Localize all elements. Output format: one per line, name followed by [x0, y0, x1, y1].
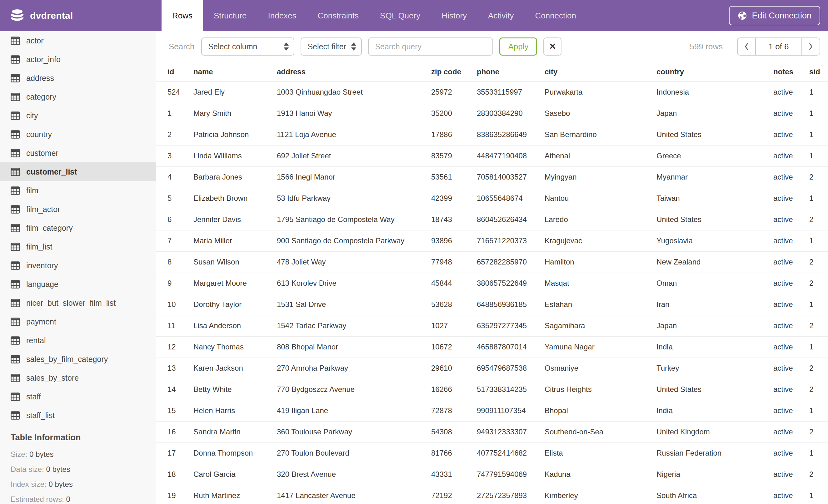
table-row[interactable]: 524Jared Ely1003 Qinhuangdao Street25972… [156, 82, 828, 103]
sidebar-item-actor[interactable]: actor [0, 31, 156, 50]
sidebar-item-customer[interactable]: customer [0, 144, 156, 163]
table-row[interactable]: 18Carol Garcia320 Brest Avenue4333174779… [156, 464, 828, 485]
cell-phone: 635297277345 [477, 315, 545, 336]
tab-indexes[interactable]: Indexes [257, 0, 307, 31]
cell-name: Nancy Thomas [194, 336, 277, 358]
sidebar-item-address[interactable]: address [0, 69, 156, 87]
sidebar-item-staff-list[interactable]: staff_list [0, 406, 156, 425]
sidebar-item-film-actor[interactable]: film_actor [0, 200, 156, 219]
sidebar-item-rental[interactable]: rental [0, 331, 156, 350]
table-icon [11, 37, 20, 45]
clear-search-button[interactable]: ✕ [543, 38, 562, 56]
table-row[interactable]: 5Elizabeth Brown53 Idfu Parkway423991065… [156, 188, 828, 209]
column-header-country[interactable]: country [657, 62, 773, 82]
column-header-id[interactable]: id [156, 62, 194, 82]
sidebar-item-film[interactable]: film [0, 181, 156, 200]
tab-constraints[interactable]: Constraints [307, 0, 370, 31]
cell-notes: active [773, 443, 809, 464]
sidebar-item-film-list[interactable]: film_list [0, 237, 156, 256]
tab-structure[interactable]: Structure [203, 0, 257, 31]
column-header-name[interactable]: name [194, 62, 277, 82]
table-row[interactable]: 8Susan Wilson478 Joliet Way7794865728228… [156, 251, 828, 273]
sidebar-item-staff[interactable]: staff [0, 387, 156, 406]
table-row[interactable]: 4Barbara Jones1566 Inegl Manor5356170581… [156, 167, 828, 188]
tab-label: Indexes [268, 11, 296, 20]
sidebar-item-customer-list[interactable]: customer_list [0, 163, 156, 181]
table-row[interactable]: 19Ruth Martinez1417 Lancaster Avenue7219… [156, 485, 828, 504]
previous-page-button[interactable] [738, 38, 755, 55]
column-select[interactable]: Select column [201, 38, 294, 56]
table-icon [11, 280, 20, 288]
sidebar-item-actor-info[interactable]: actor_info [0, 50, 156, 69]
cell-notes: active [773, 273, 809, 294]
sidebar-item-country[interactable]: country [0, 125, 156, 144]
tab-rows[interactable]: Rows [162, 0, 203, 31]
cell-name: Ruth Martinez [194, 485, 277, 504]
table-row[interactable]: 13Karen Jackson270 Amroha Parkway2961069… [156, 358, 828, 379]
cell-address: 1003 Qinhuangdao Street [277, 82, 431, 103]
cell-id: 9 [156, 273, 194, 294]
sidebar-item-film-category[interactable]: film_category [0, 219, 156, 237]
column-header-zip-code[interactable]: zip code [431, 62, 477, 82]
cell-zip-code: 1027 [431, 315, 477, 336]
sidebar-item-sales-by-store[interactable]: sales_by_store [0, 368, 156, 387]
sidebar-item-nicer-but-slower-film-list[interactable]: nicer_but_slower_film_list [0, 293, 156, 312]
table-row[interactable]: 1Mary Smith1913 Hanoi Way352002830338429… [156, 103, 828, 124]
sidebar-item-city[interactable]: city [0, 106, 156, 125]
sidebar-item-payment[interactable]: payment [0, 312, 156, 331]
table-information-section: Table Information Size: 0 bytesData size… [0, 433, 156, 504]
cell-city: Masqat [545, 273, 657, 294]
tab-activity[interactable]: Activity [478, 0, 524, 31]
cell-id: 1 [156, 103, 194, 124]
cell-zip-code: 54308 [431, 421, 477, 443]
cell-city: Athenai [545, 145, 657, 167]
search-query-input[interactable] [368, 38, 493, 56]
cell-name: Dorothy Taylor [194, 294, 277, 315]
next-page-button[interactable] [802, 38, 820, 55]
table-row[interactable]: 6Jennifer Davis1795 Santiago de Composte… [156, 209, 828, 230]
data-grid: idnameaddresszip codephonecitycountrynot… [156, 62, 828, 504]
column-header-notes[interactable]: notes [773, 62, 809, 82]
sidebar-item-sales-by-film-category[interactable]: sales_by_film_category [0, 350, 156, 368]
table-row[interactable]: 14Betty White770 Bydgoszcz Avenue1626651… [156, 379, 828, 400]
tab-label: History [442, 11, 467, 20]
table-row[interactable]: 7Maria Miller900 Santiago de Compostela … [156, 230, 828, 251]
table-row[interactable]: 3Linda Williams692 Joliet Street83579448… [156, 145, 828, 167]
tab-sql-query[interactable]: SQL Query [369, 0, 431, 31]
cell-notes: active [773, 336, 809, 358]
cell-city: Kimberley [545, 485, 657, 504]
sidebar-item-inventory[interactable]: inventory [0, 256, 156, 275]
cell-notes: active [773, 145, 809, 167]
cell-address: 1795 Santiago de Compostela Way [277, 209, 431, 230]
column-header-address[interactable]: address [277, 62, 431, 82]
table-row[interactable]: 15Helen Harris419 Iligan Lane72878990911… [156, 400, 828, 421]
select-arrows-icon [279, 42, 289, 51]
column-header-phone[interactable]: phone [477, 62, 545, 82]
filter-select[interactable]: Select filter [300, 38, 362, 56]
apply-button[interactable]: Apply [499, 38, 537, 56]
column-header-city[interactable]: city [545, 62, 657, 82]
tab-history[interactable]: History [431, 0, 478, 31]
cell-city: Kaduna [545, 464, 657, 485]
cell-zip-code: 43331 [431, 464, 477, 485]
table-row[interactable]: 9Margaret Moore613 Korolev Drive45844380… [156, 273, 828, 294]
cell-country: United States [657, 209, 773, 230]
sidebar-item-category[interactable]: category [0, 87, 156, 106]
sidebar-item-language[interactable]: language [0, 275, 156, 293]
table-row[interactable]: 2Patricia Johnson1121 Loja Avenue1788683… [156, 124, 828, 145]
column-header-sid[interactable]: sid [809, 62, 828, 82]
table-row[interactable]: 12Nancy Thomas808 Bhopal Manor1067246588… [156, 336, 828, 358]
cell-name: Maria Miller [194, 230, 277, 251]
table-row[interactable]: 10Dorothy Taylor1531 Sal Drive5362864885… [156, 294, 828, 315]
cell-address: 270 Toulon Boulevard [277, 443, 431, 464]
sidebar-item-label: rental [26, 336, 46, 345]
sidebar-item-label: language [26, 280, 58, 289]
table-icon [11, 318, 20, 326]
edit-connection-button[interactable]: Edit Connection [729, 6, 820, 25]
table-row[interactable]: 16Sandra Martin360 Toulouse Parkway54308… [156, 421, 828, 443]
cell-id: 12 [156, 336, 194, 358]
tab-connection[interactable]: Connection [524, 0, 587, 31]
table-row[interactable]: 17Donna Thompson270 Toulon Boulevard8176… [156, 443, 828, 464]
cell-country: Myanmar [657, 167, 773, 188]
table-row[interactable]: 11Lisa Anderson1542 Tarlac Parkway102763… [156, 315, 828, 336]
